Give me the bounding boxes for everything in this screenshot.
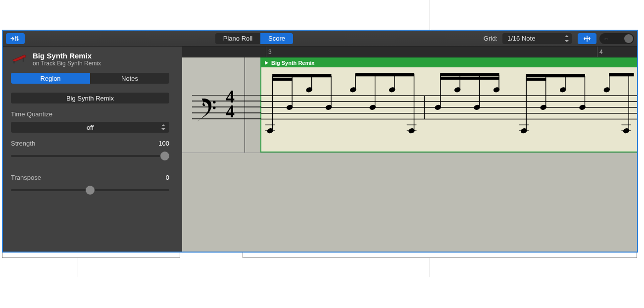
strength-slider[interactable] (11, 151, 169, 161)
ruler-mark-3: 3 (266, 47, 272, 57)
link-toggle[interactable]: ↔ (599, 33, 634, 44)
track-title: Big Synth Remix (33, 51, 101, 60)
score-canvas[interactable]: 4 4 Big Synth Remix (182, 57, 637, 252)
region-title: Big Synth Remix (271, 60, 314, 66)
slider-track (11, 155, 169, 157)
callout-bracket-score (243, 257, 637, 258)
editor-toolbar: Piano Roll Score Grid: 1/16 Note ↔ (3, 31, 637, 47)
view-mode-segmented: Piano Roll Score (215, 33, 293, 44)
time-quantize-select[interactable]: off (11, 122, 169, 133)
time-quantize-value: off (87, 124, 94, 131)
transpose-value: 0 (166, 174, 169, 181)
svg-rect-3 (23, 57, 24, 62)
region-header[interactable]: Big Synth Remix (261, 58, 637, 67)
callout-line-score (430, 257, 430, 277)
tab-score[interactable]: Score (260, 33, 293, 44)
grid-select[interactable]: 1/16 Note (502, 33, 572, 44)
link-arrows-icon: ↔ (603, 36, 609, 42)
ruler-mark-4: 4 (597, 47, 603, 57)
midi-region[interactable]: Big Synth Remix (260, 57, 637, 153)
slider-thumb[interactable] (86, 186, 95, 195)
instrument-icon (11, 51, 28, 64)
score-area: 3 4 4 4 (182, 47, 637, 252)
tab-piano-roll[interactable]: Piano Roll (215, 33, 260, 44)
transpose-label: Transpose (11, 174, 41, 181)
tab-region[interactable]: Region (11, 73, 90, 84)
track-header: Big Synth Remix on Track Big Synth Remix (11, 51, 174, 67)
strength-value: 100 (158, 140, 169, 147)
svg-rect-21 (273, 78, 292, 81)
svg-rect-44 (441, 77, 499, 80)
catch-playhead-button[interactable] (578, 33, 596, 44)
tab-notes[interactable]: Notes (90, 73, 169, 84)
staff-lines-prefix (192, 95, 261, 125)
svg-rect-61 (609, 73, 634, 76)
callout-bracket-inspector (2, 257, 180, 258)
inspector-tabs: Region Notes (11, 73, 169, 84)
svg-rect-32 (355, 73, 414, 76)
svg-rect-54 (526, 78, 545, 81)
grid-select-value: 1/16 Note (507, 35, 535, 42)
empty-score-area (182, 153, 637, 252)
transpose-slider[interactable] (11, 185, 169, 195)
svg-rect-2 (13, 61, 15, 63)
music-notation (261, 67, 637, 152)
callout-line-top (430, 0, 430, 30)
grid-label: Grid: (484, 35, 497, 42)
time-ruler[interactable]: 3 4 (182, 47, 637, 57)
svg-point-0 (15, 37, 16, 38)
svg-point-1 (17, 39, 18, 40)
inspector-panel: Big Synth Remix on Track Big Synth Remix… (3, 47, 182, 252)
score-editor-window: Piano Roll Score Grid: 1/16 Note ↔ (2, 30, 638, 253)
track-subtitle: on Track Big Synth Remix (33, 60, 101, 67)
svg-rect-43 (441, 73, 499, 76)
toggle-knob (624, 34, 633, 43)
strength-label: Strength (11, 140, 35, 147)
play-icon (263, 60, 269, 66)
slider-thumb[interactable] (160, 152, 169, 160)
callout-line-inspector (78, 257, 78, 277)
svg-rect-53 (526, 74, 585, 77)
svg-rect-20 (273, 74, 331, 77)
region-name-field[interactable]: Big Synth Remix (11, 93, 169, 103)
time-quantize-label: Time Quantize (11, 110, 174, 118)
inspector-toggle-button[interactable] (6, 33, 25, 44)
